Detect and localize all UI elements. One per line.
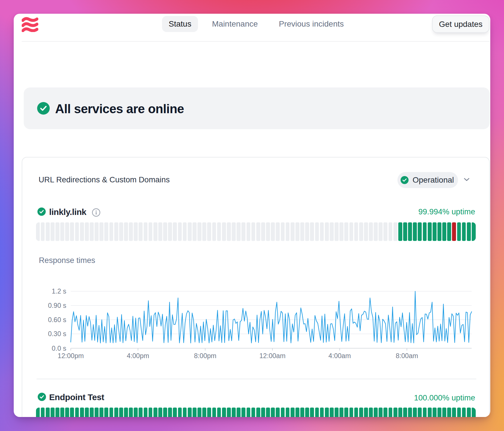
svg-text:8:00pm: 8:00pm: [194, 352, 216, 360]
svg-text:0.60 s: 0.60 s: [48, 316, 66, 324]
svg-text:12:00pm: 12:00pm: [58, 352, 84, 360]
svg-text:0.0 s: 0.0 s: [52, 345, 66, 352]
svg-text:1.2 s: 1.2 s: [52, 288, 66, 295]
svg-text:0.30 s: 0.30 s: [48, 330, 66, 338]
svg-text:0.90 s: 0.90 s: [48, 302, 66, 309]
svg-text:12:00am: 12:00am: [259, 352, 285, 360]
svg-text:4:00am: 4:00am: [329, 352, 351, 360]
svg-text:8:00am: 8:00am: [396, 352, 418, 360]
svg-text:4:00pm: 4:00pm: [127, 352, 149, 360]
